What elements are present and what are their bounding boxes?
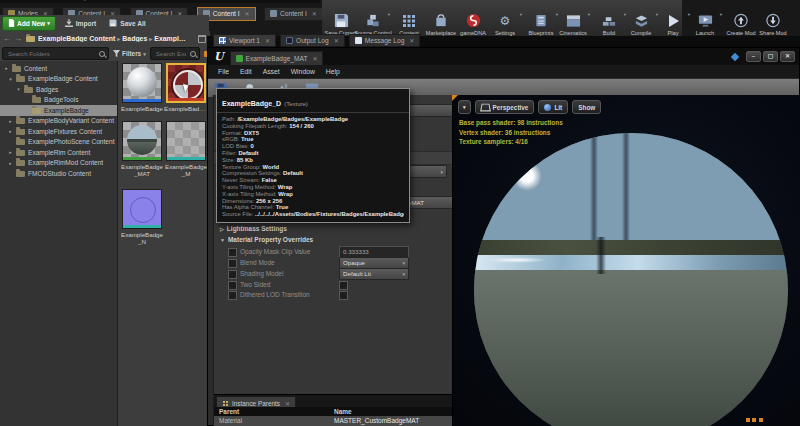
col-parent[interactable]: Parent: [219, 408, 239, 415]
search-folders-box[interactable]: [2, 47, 109, 60]
me-title-bar[interactable]: U ExampleBadge_MAT ✕ – ▢ ✕: [208, 48, 799, 65]
import-button[interactable]: Import: [61, 17, 101, 30]
shading-model-combo[interactable]: Default Lit▾: [339, 268, 409, 280]
dithered-lod-value-checkbox[interactable]: [339, 291, 348, 300]
create-mod-button[interactable]: Create Mod: [725, 0, 757, 38]
close-window-button[interactable]: ✕: [780, 51, 795, 62]
marketplace-diamond-icon: [731, 52, 739, 60]
blueprint-icon: [534, 12, 548, 29]
asset-examplebadge-d-selected[interactable]: ExampleBadge_D: [166, 63, 206, 112]
filters-button[interactable]: Filters ▾: [113, 50, 146, 57]
tree-item-examplerimmod[interactable]: ▸ExampleRimMod Content: [0, 158, 117, 169]
chevron-down-icon[interactable]: ▾: [520, 12, 522, 17]
marketplace-button[interactable]: Marketplace: [425, 0, 457, 38]
breadcrumb-examplebadge[interactable]: ExampleBadge: [154, 35, 188, 42]
perspective-button[interactable]: Perspective: [475, 100, 535, 114]
tab-message-log[interactable]: Message Log✕: [349, 34, 421, 47]
me-menu-asset[interactable]: Asset: [263, 68, 280, 75]
search-assets-box[interactable]: [150, 47, 200, 60]
close-icon[interactable]: ✕: [312, 10, 317, 17]
chevron-down-icon: ▾: [463, 104, 466, 110]
breadcrumb-badges[interactable]: Badges: [122, 35, 147, 42]
lightmass-settings-header[interactable]: ▷ Lightmass Settings: [220, 225, 287, 232]
share-mod-button[interactable]: Share Mod: [757, 0, 789, 38]
lit-button[interactable]: Lit: [538, 100, 568, 114]
tree-item-examplerim[interactable]: ▸ExampleRim Content: [0, 147, 117, 158]
tree-item-examplefixtures[interactable]: ▸ExampleFixtures Content: [0, 126, 117, 137]
col-name[interactable]: Name: [334, 408, 352, 415]
minimize-button[interactable]: –: [746, 51, 761, 62]
settings-button[interactable]: ⚙ Settings▾: [489, 0, 521, 38]
source-control-button[interactable]: Source Control▾: [357, 0, 389, 38]
menu-file[interactable]: File: [4, 0, 14, 1]
close-icon[interactable]: ✕: [312, 55, 317, 62]
menu-edit[interactable]: Edit: [24, 0, 34, 1]
me-menu-file[interactable]: File: [218, 68, 229, 75]
message-log-icon: [355, 37, 362, 44]
tree-item-examplebadge-selected[interactable]: ExampleBadge: [0, 105, 117, 116]
asset-grid: ExampleBadge ExampleBadge_D ExampleBadge…: [118, 61, 207, 426]
close-icon[interactable]: ✕: [245, 10, 250, 17]
tree-item-examplebadge-content[interactable]: ▾ExampleBadge Content: [0, 74, 117, 85]
asset-examplebadge-m[interactable]: ExampleBadge_M: [166, 121, 206, 177]
dithered-lod-checkbox[interactable]: [228, 291, 237, 300]
close-icon[interactable]: ✕: [334, 37, 339, 44]
two-sided-checkbox[interactable]: [228, 281, 237, 290]
two-sided-value-checkbox[interactable]: [339, 281, 348, 290]
blend-mode-checkbox[interactable]: [228, 259, 237, 268]
menu-window[interactable]: Window: [44, 0, 65, 1]
save-all-button[interactable]: Save All: [105, 17, 149, 30]
show-button[interactable]: Show: [572, 100, 601, 114]
tab-output-log[interactable]: Output Log✕: [280, 34, 345, 47]
maximize-button[interactable]: ▢: [763, 51, 778, 62]
tree-item-badges[interactable]: ▾Badges: [0, 84, 117, 95]
asset-examplebadge[interactable]: ExampleBadge: [122, 63, 162, 112]
texture-thumbnail: [166, 121, 206, 161]
save-current-button[interactable]: Save Current: [325, 0, 357, 38]
search-folders-input[interactable]: [6, 49, 97, 58]
menu-help[interactable]: Help: [75, 0, 87, 1]
tooltip-type: (Texture): [284, 101, 308, 107]
viewport-options-button[interactable]: ▾: [458, 100, 471, 114]
tree-item-examplephotoscene[interactable]: ExamplePhotoScene Content: [0, 137, 117, 148]
chevron-down-icon[interactable]: ▾: [388, 12, 390, 17]
content-button[interactable]: Content: [393, 0, 425, 38]
tab-viewport-1[interactable]: Viewport 1✕: [213, 34, 276, 47]
chevron-down-icon[interactable]: ▾: [720, 12, 722, 17]
me-menu-edit[interactable]: Edit: [240, 68, 252, 75]
cinematics-button[interactable]: Cinematics▾: [557, 0, 589, 38]
search-assets-input[interactable]: [154, 49, 188, 58]
blueprints-button[interactable]: Blueprints▾: [525, 0, 557, 38]
chevron-down-icon[interactable]: ▾: [588, 12, 590, 17]
me-asset-tab[interactable]: ExampleBadge_MAT ✕: [230, 51, 324, 66]
tree-item-badgetools[interactable]: BadgeTools: [0, 95, 117, 106]
asset-examplebadge-n[interactable]: ExampleBadge_N: [122, 189, 162, 245]
add-new-button[interactable]: Add New ▾: [2, 16, 56, 31]
row-name-value: MASTER_CustomBadgeMAT: [334, 417, 419, 424]
gamedna-button[interactable]: gameDNA: [457, 0, 489, 38]
compile-button[interactable]: Compile▾: [625, 0, 657, 38]
breadcrumb[interactable]: ExampleBadge Content▸Badges▸ExampleBadge…: [38, 35, 188, 42]
instance-parents-row[interactable]: Material MASTER_CustomBadgeMAT: [214, 416, 453, 426]
material-property-overrides-header[interactable]: ▼ Material Property Overrides: [220, 236, 313, 243]
tree-item-examplebodyvariant[interactable]: ▸ExampleBodyVariant Content: [0, 116, 117, 127]
tree-item-content[interactable]: ▸Content: [0, 63, 117, 74]
tree-item-fmodstudio[interactable]: FMODStudio Content: [0, 168, 117, 179]
me-preview-viewport[interactable]: ▾ Perspective Lit Show Base pass shader:…: [452, 95, 800, 426]
close-icon[interactable]: ✕: [409, 37, 414, 44]
asset-examplebadge-mat[interactable]: ExampleBadge_MAT: [122, 121, 162, 177]
me-menu-window[interactable]: Window: [291, 68, 315, 75]
tab-content-4[interactable]: Content I✕: [264, 7, 323, 21]
launch-button[interactable]: Launch▾: [689, 0, 721, 38]
close-icon[interactable]: ✕: [265, 37, 270, 44]
lock-icon[interactable]: [198, 35, 206, 43]
me-menu-help[interactable]: Help: [326, 68, 340, 75]
build-button[interactable]: Build▾: [593, 0, 625, 38]
back-arrow-icon[interactable]: ←: [3, 34, 11, 43]
play-button[interactable]: Play▾: [657, 0, 689, 38]
opacity-mask-clip-checkbox[interactable]: [228, 248, 237, 257]
breadcrumb-root[interactable]: ExampleBadge Content: [38, 35, 115, 42]
forward-arrow-icon[interactable]: →: [14, 34, 22, 43]
shading-model-checkbox[interactable]: [228, 270, 237, 279]
close-icon[interactable]: ✕: [285, 400, 290, 407]
